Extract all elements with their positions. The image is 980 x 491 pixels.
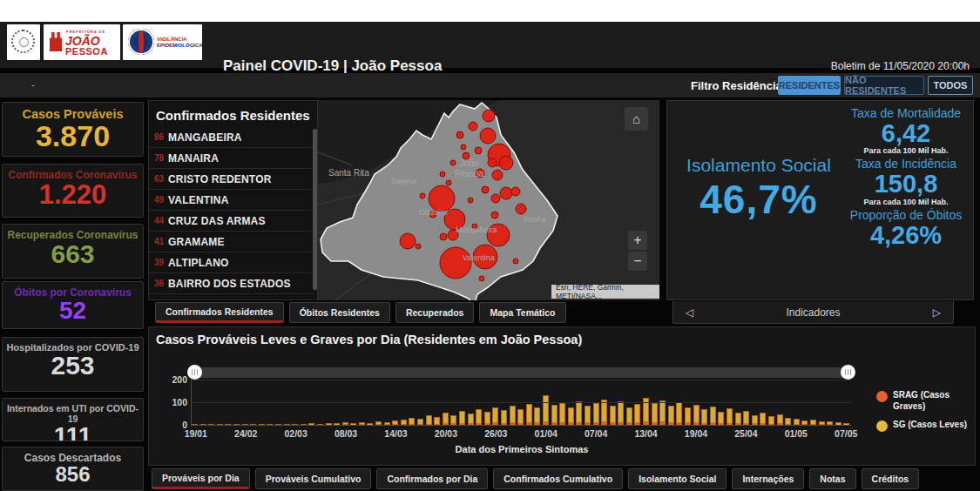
neighborhood-count: 78 — [154, 153, 168, 163]
chart-bar — [626, 407, 632, 425]
gridline — [191, 425, 851, 426]
chart-bar — [492, 407, 498, 425]
case-bubble — [513, 259, 518, 264]
neighborhood-name: ALTIPLANO — [168, 257, 229, 269]
chart-bar — [618, 401, 624, 425]
metric-note: Para cada 100 Mil Hab. — [841, 198, 970, 206]
neighborhood-count: 36 — [154, 279, 168, 288]
map-zoom-out-button[interactable]: − — [628, 252, 647, 271]
tab-mapa-tem-tico[interactable]: Mapa Temático — [479, 302, 565, 323]
case-bubble — [475, 147, 482, 154]
map-home-button[interactable]: ⌂ — [625, 107, 648, 131]
x-tick-label: 08/03 — [324, 428, 368, 439]
metrics-column: Taxa de Mortalidade 6,42 Para cada 100 M… — [841, 104, 970, 248]
case-bubble — [483, 110, 495, 122]
chart-bar — [735, 413, 741, 425]
filter-button-nao-residentes[interactable]: NÃO RESIDENTES — [844, 76, 924, 95]
tab-prov-veis-cumulativo[interactable]: Prováveis Cumulativo — [255, 468, 372, 489]
case-bubble — [479, 276, 484, 281]
tab-notas[interactable]: Notas — [809, 468, 855, 489]
chart-title: Casos Prováveis Leves e Graves por Dia (… — [156, 333, 582, 346]
top-margin — [0, 0, 980, 22]
filter-button-todos[interactable]: TODOS — [928, 76, 973, 95]
home-icon: ⌂ — [632, 111, 640, 126]
case-bubble — [446, 180, 451, 185]
neighborhood-row[interactable]: 78MANAIRA — [149, 148, 313, 169]
stat-card: Recuperados Coronavírus663 — [2, 224, 144, 279]
neighborhood-count: 49 — [154, 195, 168, 205]
page-title: Painel COVID-19 | João Pessoa — [223, 57, 442, 75]
map-canvas[interactable]: Santa RitaBayeuxJoãoPessoaOitizeiroManga… — [318, 100, 659, 300]
neighborhood-count: 86 — [154, 132, 168, 142]
tab--bitos-residentes[interactable]: Óbitos Residentes — [289, 302, 390, 323]
plus-icon: + — [633, 232, 641, 248]
stat-card-value: 1.220 — [3, 181, 143, 208]
chart-bar — [634, 404, 640, 425]
tab-confirmados-por-dia[interactable]: Confirmados por Dia — [376, 468, 488, 489]
seal-icon — [11, 30, 35, 53]
chart-bar — [777, 414, 783, 425]
srag-legend-label: SRAG (Casos Graves) — [893, 390, 970, 412]
case-bubble — [450, 160, 456, 165]
list-scrollbar[interactable] — [313, 129, 317, 290]
case-map[interactable]: Santa RitaBayeuxJoãoPessoaOitizeiroManga… — [318, 100, 659, 300]
chart-bar — [601, 400, 607, 425]
bottom-tab-bar: Prováveis por DiaProváveis CumulativoCon… — [152, 468, 924, 489]
filter-bar: - Filtro Residência RESIDENTES NÃO RESID… — [0, 73, 980, 98]
x-tick-label: 07/05 — [824, 428, 868, 439]
neighborhood-row[interactable]: 44CRUZ DAS ARMAS — [149, 211, 313, 232]
tab-confirmados-residentes[interactable]: Confirmados Residentes — [155, 302, 284, 323]
x-tick-label: 24/02 — [224, 428, 267, 439]
neighborhood-name: BAIRRO DOS ESTADOS — [168, 278, 291, 290]
stat-card-value: 52 — [3, 299, 143, 323]
neighborhood-row[interactable]: 39ALTIPLANO — [149, 252, 313, 273]
place-label: Oitizeiro — [419, 208, 448, 217]
chart-bar — [526, 404, 532, 425]
tab-confirmados-cumulativo[interactable]: Confirmados Cumulativo — [493, 468, 623, 489]
y-tick-label: 200 — [158, 374, 187, 385]
filter-button-residentes[interactable]: RESIDENTES — [778, 76, 841, 95]
case-bubble — [440, 172, 445, 177]
tab-cr-ditos[interactable]: Créditos — [862, 468, 920, 489]
chart-bar — [510, 406, 516, 425]
sg-legend-dot — [876, 420, 888, 432]
tab-isolamento-social[interactable]: Isolamento Social — [628, 468, 727, 489]
pager-right-icon[interactable]: ▷ — [933, 306, 941, 319]
tab-recuperados[interactable]: Recuperados — [395, 302, 475, 323]
metric-note: Para cada 100 Mil Hab. — [841, 146, 970, 155]
municipal-seal-logo — [7, 24, 40, 60]
filter-label: Filtro Residência — [691, 79, 782, 92]
chart-bar — [417, 419, 423, 425]
chart-bar — [551, 405, 558, 425]
case-bubble — [488, 158, 497, 167]
metric-value: 4,26% — [841, 222, 970, 248]
place-label: Mangabeira — [456, 225, 497, 234]
indicators-panel: Isolamento Social 46,7% Taxa de Mortalid… — [666, 100, 974, 300]
chart-bar — [652, 403, 658, 425]
map-tab-bar: Confirmados ResidentesÓbitos ResidentesR… — [155, 302, 571, 323]
stat-card-value: 663 — [3, 241, 143, 267]
date-range-slider[interactable] — [191, 367, 850, 378]
neighborhood-row[interactable]: 63CRISTO REDENTOR — [149, 169, 313, 190]
chart-bar — [610, 406, 616, 425]
metric-label: Proporção de Óbitos — [841, 208, 970, 222]
neighborhood-row[interactable]: 36BAIRRO DOS ESTADOS — [149, 273, 313, 294]
chart-bar — [768, 416, 774, 425]
case-bubble — [516, 204, 526, 214]
case-bubble — [499, 156, 513, 170]
tab-prov-veis-por-dia[interactable]: Prováveis por Dia — [152, 468, 250, 489]
castle-icon — [50, 32, 62, 51]
chart-bar — [443, 413, 449, 425]
map-zoom-in-button[interactable]: + — [628, 231, 647, 250]
neighborhood-row[interactable]: 86MANGABEIRA — [149, 127, 313, 148]
pager-left-icon[interactable]: ◁ — [686, 306, 693, 319]
neighborhood-row[interactable]: 41GRAMAME — [149, 232, 313, 252]
x-tick-label: 02/03 — [274, 428, 318, 439]
case-bubble — [440, 233, 447, 240]
chart-bar — [676, 402, 682, 425]
case-bubble — [491, 212, 498, 219]
bulletin-date: Boletim de 11/05/2020 20:00h — [831, 60, 970, 72]
neighborhood-row[interactable]: 49VALENTINA — [149, 190, 313, 211]
x-tick-label: 13/04 — [625, 428, 668, 439]
tab-interna-es[interactable]: Internações — [732, 468, 804, 489]
